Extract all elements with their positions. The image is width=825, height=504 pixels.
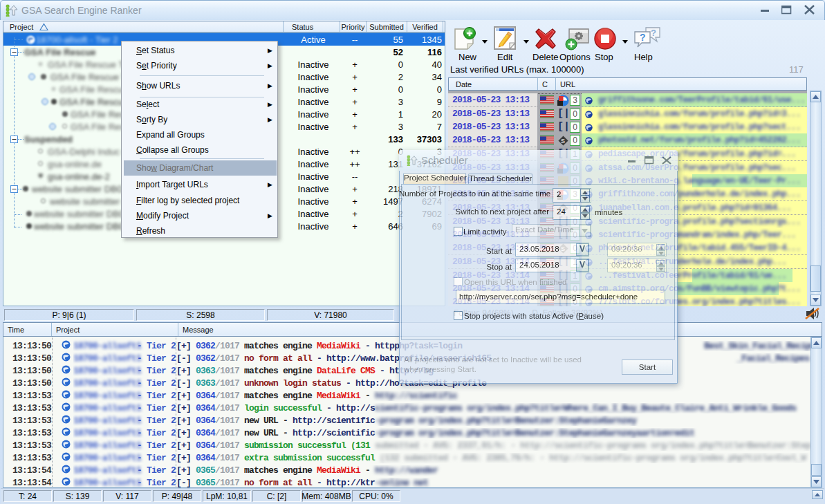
svg-text:?: ? (640, 32, 646, 43)
svg-text:S: S (561, 138, 565, 144)
svg-text:?: ? (651, 28, 656, 38)
